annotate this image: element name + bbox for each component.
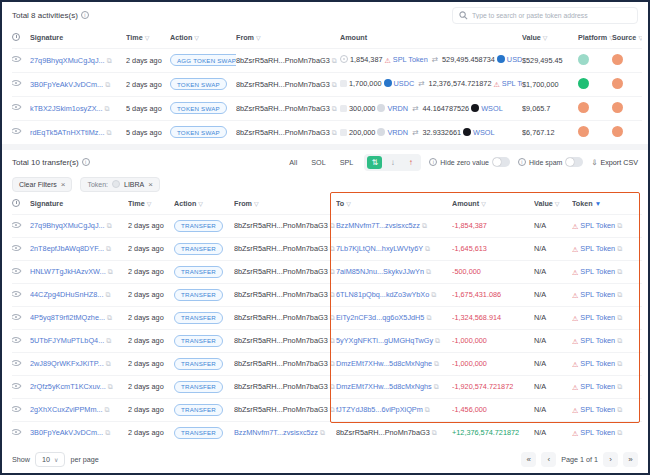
col-action[interactable]: Action▽ (170, 28, 236, 48)
copy-icon[interactable]: ⧉ (617, 360, 622, 367)
preview-eye-icon[interactable] (12, 265, 22, 276)
filter-tab-all[interactable]: All (286, 156, 300, 169)
export-csv-button[interactable]: ⇩ Export CSV (591, 158, 638, 167)
token-link[interactable]: SPL Token (580, 267, 615, 276)
filter-icon[interactable]: ▽ (346, 201, 351, 207)
copy-icon[interactable]: ⧉ (426, 314, 431, 321)
token-link[interactable]: SPL Token (580, 221, 615, 230)
prev-page-button[interactable]: ‹ (541, 452, 556, 467)
copy-icon[interactable]: ⧉ (106, 245, 111, 252)
col-from[interactable]: From▽ (234, 194, 336, 214)
filter-icon[interactable]: ▽ (147, 201, 152, 207)
platform-icon[interactable] (578, 78, 589, 89)
page-size-select[interactable]: 10 ∨ (35, 452, 65, 467)
copy-icon[interactable]: ⧉ (617, 383, 622, 390)
token-link[interactable]: SPL Token (580, 290, 615, 299)
signature-link[interactable]: HNLW7TgJkHAzvXW... (30, 267, 106, 276)
copy-icon[interactable]: ⧉ (617, 314, 622, 321)
signature-link[interactable]: 27q9BhyqXMuCgJqJ... (30, 221, 105, 230)
copy-icon[interactable]: ⧉ (426, 268, 431, 275)
copy-icon[interactable]: ⧉ (330, 245, 335, 252)
copy-icon[interactable]: ⧉ (422, 222, 427, 229)
copy-icon[interactable]: ⧉ (617, 406, 622, 413)
copy-icon[interactable]: ⧉ (330, 314, 335, 321)
hide-zero-toggle[interactable] (492, 157, 510, 167)
filter-icon[interactable]: ▽ (198, 201, 203, 207)
preview-eye-icon[interactable] (12, 288, 22, 299)
signature-link[interactable]: rdEqTk5ATnHXTtiMz... (30, 128, 104, 137)
token-link[interactable]: SPL Token (580, 359, 615, 368)
col-to[interactable]: To▽ (336, 194, 452, 214)
filter-tab-sol[interactable]: SOL (308, 156, 328, 169)
token-out-link[interactable]: USDC (394, 79, 415, 88)
copy-icon[interactable]: ⧉ (108, 268, 113, 275)
token-in-link[interactable]: SPL Token (502, 79, 522, 88)
preview-eye-icon[interactable] (12, 53, 22, 64)
col-value[interactable]: Value▽ (522, 28, 578, 48)
preview-eye-icon[interactable] (12, 311, 22, 322)
token-out-link[interactable]: SPL Token (393, 55, 428, 64)
copy-icon[interactable]: ⧉ (432, 429, 437, 436)
source-icon[interactable] (612, 78, 623, 89)
preview-eye-icon[interactable] (12, 242, 22, 253)
preview-eye-icon[interactable] (12, 219, 22, 230)
filter-icon[interactable]: ▽ (481, 201, 486, 207)
token-in-link[interactable]: USDC (507, 55, 522, 64)
token-in-link[interactable]: WSOL (481, 104, 503, 113)
copy-icon[interactable]: ⧉ (105, 291, 110, 298)
copy-icon[interactable]: ⧉ (330, 360, 335, 367)
platform-icon[interactable] (578, 54, 589, 65)
preview-eye-icon[interactable] (12, 403, 22, 414)
filter-icon[interactable]: ▽ (256, 35, 261, 41)
filter-icon[interactable]: ▽ (145, 35, 150, 41)
token-link[interactable]: SPL Token (580, 313, 615, 322)
signature-link[interactable]: 2nT8epfJbAWq8DYF... (30, 244, 104, 253)
col-time[interactable]: Time▽ (126, 28, 170, 48)
col-time[interactable]: Time▽ (128, 194, 174, 214)
preview-eye-icon[interactable] (12, 380, 22, 391)
signature-link[interactable]: 2wJ89QrWKFxJKiTP... (30, 359, 104, 368)
platform-icon[interactable] (578, 126, 589, 137)
copy-icon[interactable]: ⧉ (105, 81, 110, 88)
token-link[interactable]: SPL Token (580, 244, 615, 253)
copy-icon[interactable]: ⧉ (617, 222, 622, 229)
token-search[interactable] (452, 7, 638, 24)
direction-out-button[interactable]: ↑ (403, 156, 418, 169)
signature-link[interactable]: 4P5yq8T9rfi2tMQzhe... (30, 313, 105, 322)
search-input[interactable] (472, 12, 631, 19)
copy-icon[interactable]: ⧉ (435, 337, 440, 344)
filter-icon-active[interactable]: ▼ (595, 200, 601, 207)
copy-icon[interactable]: ⧉ (332, 81, 337, 88)
token-link[interactable]: SPL Token (580, 382, 615, 391)
col-token[interactable]: Token▼ (572, 194, 642, 214)
filter-tab-spl[interactable]: SPL (337, 156, 357, 169)
hide-spam-toggle[interactable] (565, 157, 583, 167)
col-from[interactable]: From▽ (236, 28, 340, 48)
copy-icon[interactable]: ⧉ (106, 337, 111, 344)
signature-link[interactable]: 27q9BhyqXMuCgJqJ... (30, 56, 105, 65)
signature-link[interactable]: 5UTbFJYMuPTLbQ4... (30, 336, 104, 345)
token-link[interactable]: SPL Token (580, 428, 615, 437)
col-amount[interactable]: Amount▽ (452, 194, 534, 214)
token-in-link[interactable]: WSOL (473, 128, 495, 137)
preview-eye-icon[interactable] (12, 426, 22, 437)
copy-icon[interactable]: ⧉ (107, 222, 112, 229)
copy-icon[interactable]: ⧉ (332, 57, 337, 64)
copy-icon[interactable]: ⧉ (330, 291, 335, 298)
preview-eye-icon[interactable] (12, 101, 22, 112)
copy-icon[interactable]: ⧉ (332, 105, 337, 112)
filter-icon[interactable]: ▽ (555, 201, 560, 207)
copy-icon[interactable]: ⧉ (108, 383, 113, 390)
direction-in-button[interactable]: ↓ (385, 156, 400, 169)
filter-icon[interactable]: ▽ (254, 201, 259, 207)
copy-icon[interactable]: ⧉ (617, 268, 622, 275)
token-out-link[interactable]: VRDN (387, 128, 408, 137)
col-platform[interactable]: Platform▽ (578, 28, 612, 48)
copy-icon[interactable]: ⧉ (617, 245, 622, 252)
col-source[interactable]: Source▽ (612, 28, 642, 48)
next-page-button[interactable]: › (603, 452, 618, 467)
copy-icon[interactable]: ⧉ (107, 314, 112, 321)
preview-eye-icon[interactable] (12, 334, 22, 345)
filter-icon[interactable]: ▽ (638, 35, 642, 41)
signature-link[interactable]: 3B0FpYeAkVJvDCm... (30, 80, 103, 89)
